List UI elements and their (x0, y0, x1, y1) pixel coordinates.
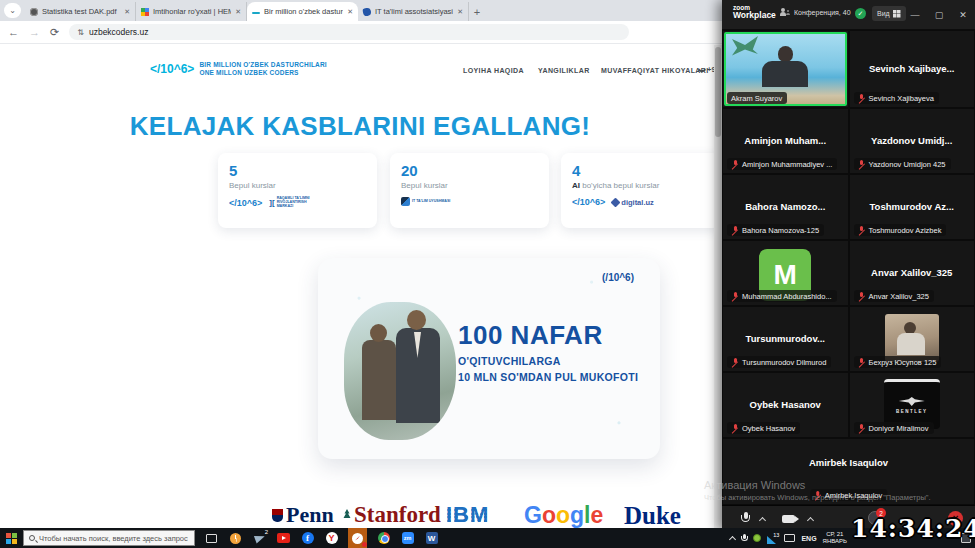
close-tab-icon[interactable]: ✕ (457, 8, 463, 16)
profile-photo (885, 314, 939, 362)
zoom-titlebar: zoom Workplace Конференция, 40 ✓ Вид — ▢… (722, 0, 975, 30)
mic-muted-icon (858, 358, 866, 367)
telegram-app[interactable]: 2 (252, 531, 267, 546)
taskbar-search[interactable]: Чтобы начать поиск, введите здесь запрос (23, 530, 195, 546)
participant-tile-doniyor[interactable]: BENTLEY Doniyor Miralimov (849, 372, 975, 438)
phone-link[interactable]: +998 (699, 65, 714, 74)
nav-yangiliklar[interactable]: YANGILIKLAR (538, 67, 590, 74)
participant-tile-amirbek[interactable]: Amirbek Isaqulov Amirbek Isaqulov (722, 438, 975, 505)
facebook-icon: f (302, 532, 314, 544)
person-silhouette (770, 46, 800, 72)
participant-tile-akram[interactable]: Akram Suyarov (722, 30, 849, 108)
stanford-tree-icon (342, 509, 352, 522)
yandex-icon: Y (326, 532, 338, 544)
task-view-button[interactable] (204, 531, 219, 546)
chrome-icon (378, 532, 390, 544)
close-tab-icon[interactable]: ✕ (347, 8, 353, 16)
uzbekcoders-logo: </10^6> (229, 198, 262, 208)
site-header: </10^6> BIR MILLION O'ZBEK DASTURCHILARI… (0, 55, 714, 95)
url-text: uzbekcoders.uz (89, 27, 149, 37)
chrome-app[interactable] (376, 531, 391, 546)
mic-muted-icon (858, 424, 866, 433)
video-options-chevron[interactable] (807, 517, 814, 524)
logo-code: </10^6> (150, 62, 194, 76)
facebook-app[interactable]: f (300, 531, 315, 546)
participant-tile-bahora[interactable]: Bahora Namozo... Bahora Namozova-125 (722, 174, 849, 240)
forward-button[interactable]: → (29, 26, 40, 38)
palm-tree (732, 36, 758, 66)
hemis-icon (141, 8, 149, 16)
tab-pdf[interactable]: Statistika test DAK.pdf ✕ (25, 2, 136, 21)
mic-options-chevron[interactable] (759, 517, 766, 524)
digital-uz-logo: digital.uz (612, 198, 654, 207)
close-tab-icon[interactable]: ✕ (124, 8, 130, 16)
browser-scrollbar[interactable] (714, 45, 722, 528)
card-label: Bepul kurslar (229, 181, 366, 190)
course-card-3: 4 AI bo'yicha bepul kurslar </10^6> digi… (561, 153, 714, 228)
scrollbar-thumb[interactable] (715, 47, 721, 137)
phone-icon (698, 65, 706, 73)
view-button[interactable]: Вид (872, 6, 906, 21)
alarm-clock-icon (230, 533, 241, 544)
it-uyushmasi-logo: IT TA'LIM UYUSHMASI (401, 197, 454, 206)
zoom-app[interactable]: zm (400, 531, 415, 546)
participant-tile-muhammad[interactable]: M Muhammad Abdurashido... (722, 240, 849, 306)
gear-icon (611, 197, 621, 207)
video-button[interactable] (782, 515, 795, 523)
close-button[interactable]: ✕ (951, 0, 975, 30)
tray-app-icon[interactable]: 13 (767, 533, 778, 544)
participant-tile-toshmurodov[interactable]: Toshmurodov Az... Toshmurodov Azizbek (849, 174, 975, 240)
tab-uzbekcoders-active[interactable]: Bir million o'zbek dasturchilari ✕ (247, 2, 358, 21)
word-app[interactable]: W (424, 531, 439, 546)
active-app-highlighted[interactable] (348, 528, 367, 548)
participant-tile-yazdonov[interactable]: Yazdonov Umidj... Yazdonov Umidjon 425 (849, 108, 975, 174)
url-bar[interactable]: ⇅ uzbekcoders.uz (69, 24, 629, 40)
mic-muted-icon (731, 160, 739, 169)
new-tab-button[interactable]: + (469, 4, 485, 20)
card-number: 5 (229, 162, 366, 179)
site-logo[interactable]: </10^6> BIR MILLION O'ZBEK DASTURCHILARI… (150, 61, 327, 77)
participant-tile-anvar[interactable]: Anvar Xalilov_325 Anvar Xalilov_325 (849, 240, 975, 306)
yandex-app[interactable]: Y (324, 531, 339, 546)
unread-badge: 2 (265, 529, 268, 535)
zoom-icon: zm (402, 532, 414, 544)
youtube-app[interactable] (276, 531, 291, 546)
maximize-button[interactable]: ▢ (927, 0, 951, 30)
dash-favicon (252, 12, 260, 14)
mute-button[interactable] (740, 512, 751, 526)
close-tab-icon[interactable]: ✕ (235, 8, 241, 16)
participant-tile-bexruz[interactable]: Бехруз Юсупов 125 (849, 306, 975, 372)
start-button[interactable] (0, 528, 22, 548)
tray-green-status-icon[interactable] (753, 534, 761, 542)
participant-tile-oybek[interactable]: Oybek Hasanov Oybek Hasanov (722, 372, 849, 438)
language-indicator[interactable]: ENG (801, 535, 816, 542)
desktop-clock-widget: 14:34:24 (851, 514, 975, 543)
tab-hemis[interactable]: Imtihonlar ro'yxati | HEMIS Stu... ✕ (136, 2, 247, 21)
tray-display-icon[interactable] (784, 534, 795, 542)
participant-tile-tursunmurodov[interactable]: Tursunmurodov... Tursunmurodov Dilmurod (722, 306, 849, 372)
minimize-button[interactable]: — (903, 0, 927, 30)
globe-icon (30, 8, 38, 16)
nav-loyiha-haqida[interactable]: LOYIHA HAQIDA (463, 67, 524, 74)
word-icon: W (426, 532, 438, 544)
alarms-app[interactable] (228, 531, 243, 546)
tab-strip: ⌄ Statistika test DAK.pdf ✕ Imtihonlar r… (0, 0, 722, 21)
meeting-info-button[interactable]: Конференция, 40 (780, 8, 851, 16)
zoom-window: zoom Workplace Конференция, 40 ✓ Вид — ▢… (722, 0, 975, 532)
taskbar: Чтобы начать поиск, введите здесь запрос… (0, 528, 975, 548)
browser-window: ⌄ Statistika test DAK.pdf ✕ Imtihonlar r… (0, 0, 722, 528)
reload-button[interactable]: ⟳ (50, 26, 59, 39)
participant-tile-aminjon[interactable]: Aminjon Muham... Aminjon Muhammadiyev ..… (722, 108, 849, 174)
participant-label: Akram Suyarov (727, 92, 787, 104)
tray-mic-icon[interactable] (741, 534, 747, 543)
tab-it-association[interactable]: IT ta'limi assotsiatsiyasi | O'zb... ✕ (358, 2, 469, 21)
banner-line1: O'QITUVCHILARGA (458, 355, 638, 367)
tab-search-button[interactable]: ⌄ (4, 3, 21, 18)
tray-expand-chevron[interactable] (729, 535, 736, 542)
nav-muvaffaqiyat[interactable]: MUVAFFAQIYAT HIKOYALARI (601, 67, 709, 74)
tray-date[interactable]: СР, 21 ЯНВАРЬ (823, 531, 847, 545)
encryption-shield-icon[interactable]: ✓ (855, 8, 866, 19)
back-button[interactable]: ← (8, 26, 19, 38)
participant-tile-sevinch[interactable]: Sevinch Xajibaye... Sevinch Xajibayeva (849, 30, 975, 108)
ibm-logo: IBM (446, 502, 489, 528)
